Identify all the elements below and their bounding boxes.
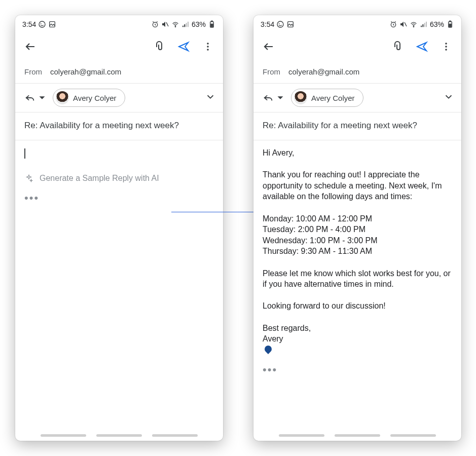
svg-point-19 (445, 49, 447, 51)
svg-rect-15 (449, 24, 451, 26)
wifi-icon (171, 20, 179, 28)
from-value: colyerah@gmail.com (288, 67, 359, 76)
chevron-down-icon (205, 91, 216, 102)
svg-point-7 (207, 43, 209, 45)
phone-after: 3:54 63% (253, 15, 461, 441)
svg-point-0 (39, 21, 45, 27)
whatsapp-icon (38, 20, 46, 28)
android-navbar (15, 434, 223, 437)
svg-rect-6 (211, 21, 213, 21)
svg-point-17 (445, 43, 447, 45)
caret-down-icon (36, 92, 48, 103)
nav-recent[interactable] (41, 434, 86, 437)
svg-rect-1 (50, 22, 55, 27)
compose-body[interactable]: Hi Avery, Thank you for reaching out! I … (253, 140, 461, 428)
more-button[interactable] (435, 35, 457, 58)
attach-button[interactable] (148, 35, 170, 58)
phone-before: 3:54 63% (15, 15, 223, 441)
reply-icon (24, 92, 35, 103)
send-button[interactable] (172, 35, 195, 58)
to-row: Avery Colyer (15, 84, 223, 112)
svg-rect-5 (211, 24, 213, 26)
expand-recipients-button[interactable] (443, 91, 454, 104)
svg-point-3 (175, 26, 175, 27)
svg-point-13 (413, 26, 414, 27)
reply-body-text[interactable]: Hi Avery, Thank you for reaching out! I … (263, 147, 452, 345)
svg-point-9 (207, 49, 209, 51)
subject-text: Re: Availability for a meeting next week… (24, 121, 179, 130)
subject-text: Re: Availability for a meeting next week… (263, 121, 417, 130)
from-label: From (263, 67, 280, 76)
recipient-name: Avery Colyer (311, 94, 355, 102)
attachment-icon (391, 41, 404, 53)
avatar (294, 91, 307, 104)
alarm-icon (389, 20, 397, 28)
more-button[interactable] (197, 35, 219, 58)
nav-home[interactable] (96, 434, 142, 437)
svg-rect-16 (450, 21, 451, 21)
whatsapp-icon (276, 20, 284, 28)
edit-caret (263, 344, 273, 354)
back-button[interactable] (258, 35, 280, 58)
arrow-left-icon (263, 41, 275, 53)
status-time: 3:54 (22, 20, 36, 28)
nav-home[interactable] (335, 434, 380, 437)
chevron-down-icon (443, 91, 454, 102)
mute-icon (161, 20, 169, 28)
more-vert-icon (440, 41, 452, 53)
recipient-name: Avery Colyer (73, 94, 117, 102)
status-time: 3:54 (261, 20, 274, 28)
status-battery: 63% (192, 20, 206, 28)
recipient-chip[interactable]: Avery Colyer (291, 89, 363, 107)
alarm-icon (151, 20, 159, 28)
nav-recent[interactable] (279, 434, 324, 437)
show-thread-button[interactable]: ••• (263, 362, 452, 377)
more-vert-icon (202, 41, 214, 53)
nav-back[interactable] (390, 434, 436, 437)
send-button[interactable] (411, 35, 433, 58)
wifi-icon (410, 20, 418, 28)
mute-icon (399, 20, 408, 28)
from-row[interactable]: From colyerah@gmail.com (15, 60, 223, 84)
subject-row[interactable]: Re: Availability for a meeting next week… (253, 112, 461, 140)
svg-point-10 (277, 21, 283, 27)
send-icon (416, 41, 428, 53)
svg-point-18 (445, 46, 447, 48)
from-row[interactable]: From colyerah@gmail.com (253, 60, 461, 84)
battery-icon (446, 20, 454, 28)
ai-prompt-text: Generate a Sample Reply with AI (40, 173, 159, 184)
from-value: colyerah@gmail.com (50, 67, 121, 76)
ai-generate-button[interactable]: Generate a Sample Reply with AI (24, 173, 214, 184)
subject-row[interactable]: Re: Availability for a meeting next week… (15, 112, 223, 140)
text-cursor (24, 148, 25, 159)
nav-back[interactable] (152, 434, 198, 437)
attach-button[interactable] (386, 35, 409, 58)
expand-recipients-button[interactable] (205, 91, 216, 104)
back-button[interactable] (19, 35, 42, 58)
reply-mode-button[interactable] (22, 90, 50, 105)
transition-arrow (171, 212, 266, 213)
reply-mode-button[interactable] (261, 90, 288, 105)
caret-down-icon (275, 92, 286, 103)
recipient-chip[interactable]: Avery Colyer (53, 89, 125, 107)
show-thread-button[interactable]: ••• (24, 191, 214, 206)
attachment-icon (153, 41, 165, 53)
image-icon (286, 20, 295, 28)
compose-toolbar (253, 33, 461, 60)
status-battery: 63% (430, 20, 444, 28)
svg-point-8 (207, 46, 209, 48)
android-navbar (253, 434, 461, 437)
sparkle-icon (24, 174, 33, 183)
battery-icon (208, 20, 216, 28)
arrow-left-icon (24, 41, 36, 53)
svg-rect-11 (288, 22, 294, 27)
status-bar: 3:54 63% (15, 15, 223, 33)
signal-icon (181, 20, 190, 28)
signal-icon (420, 20, 428, 28)
reply-icon (263, 92, 274, 103)
compose-body[interactable]: Generate a Sample Reply with AI ••• (15, 140, 223, 213)
compose-toolbar (15, 33, 223, 60)
status-bar: 3:54 63% (253, 15, 461, 33)
to-row: Avery Colyer (253, 84, 461, 112)
avatar (56, 91, 69, 104)
